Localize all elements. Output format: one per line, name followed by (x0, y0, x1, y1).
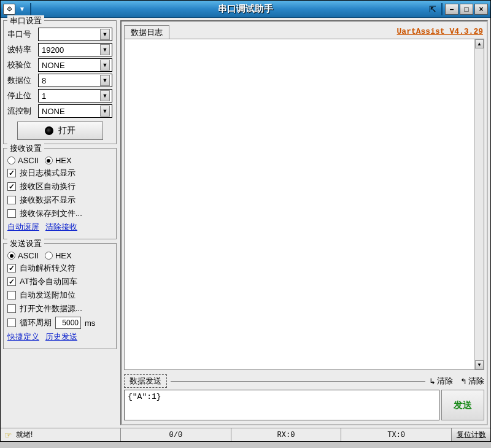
save-file-check[interactable]: 接收保存到文件... (7, 208, 112, 219)
flowctrl-combo[interactable]: NONE ▼ (38, 104, 112, 118)
radio-icon (7, 156, 15, 164)
send-tab[interactable]: 数据发送 (124, 374, 167, 388)
recv-hex-label: HEX (55, 156, 72, 165)
save-file-label: 接收保存到文件... (20, 208, 82, 219)
status-ready: 就绪! (16, 430, 33, 440)
log-mode-check[interactable]: 按日志模式显示 (7, 168, 112, 179)
port-settings-group: 串口设置 串口号 ▼ 波特率 19200 ▼ 校验位 (3, 20, 117, 144)
chevron-down-icon: ▼ (100, 29, 110, 40)
baud-label: 波特率 (7, 44, 34, 55)
port-group-title: 串口设置 (7, 15, 44, 26)
clear-recv-link[interactable]: 清除接收 (45, 222, 77, 233)
radio-icon (45, 156, 53, 164)
checkbox-icon (7, 264, 16, 272)
checkbox-icon (7, 209, 16, 218)
status-counter: 0/0 (120, 428, 231, 441)
parity-combo[interactable]: NONE ▼ (38, 58, 112, 72)
parse-escape-check[interactable]: 自动解析转义符 (7, 263, 112, 274)
recv-settings-group: 接收设置 ASCII HEX 按日志模式显示 (3, 148, 117, 239)
at-newline-check[interactable]: AT指令自动回车 (7, 276, 112, 287)
checkbox-icon (7, 304, 16, 313)
arrow-down-icon: ↳ (429, 377, 436, 386)
baud-combo[interactable]: 19200 ▼ (38, 43, 112, 56)
statusbar: ☞ 就绪! 0/0 RX:0 TX:0 复位计数 (1, 428, 490, 441)
window-title: 串口调试助手 (1, 3, 490, 15)
chevron-down-icon: ▼ (100, 60, 110, 71)
checkbox-icon (7, 196, 16, 204)
clear-label-1: 清除 (437, 376, 453, 387)
auto-scroll-link[interactable]: 自动滚屏 (7, 222, 39, 233)
parity-value: NONE (42, 61, 65, 70)
chevron-down-icon: ▼ (100, 44, 110, 55)
data-label: 数据位 (7, 75, 34, 86)
log-tab[interactable]: 数据日志 (124, 25, 169, 39)
loop-period-check[interactable]: 循环周期 ms (7, 317, 112, 329)
checkbox-icon (7, 182, 16, 191)
log-mode-label: 按日志模式显示 (20, 168, 75, 179)
hand-icon: ☞ (4, 430, 12, 440)
file-source-label: 打开文件数据源... (20, 303, 82, 314)
send-group-title: 发送设置 (7, 238, 44, 249)
app-icon: ⚙ (3, 4, 15, 15)
send-settings-group: 发送设置 ASCII HEX 自动解析转义符 (3, 243, 117, 349)
checkbox-icon (7, 277, 16, 286)
log-textarea[interactable]: ▲ ▼ (124, 39, 484, 370)
databits-value: 8 (42, 76, 46, 85)
stopbits-value: 1 (42, 91, 46, 101)
titlebar: ⚙ ▼ 串口调试助手 ⇱ – □ × (1, 1, 490, 18)
scroll-down-icon[interactable]: ▼ (475, 360, 484, 369)
recv-ascii-radio[interactable]: ASCII (7, 156, 39, 165)
flow-label: 流控制 (7, 106, 34, 117)
status-tx: TX:0 (341, 428, 451, 441)
flowctrl-value: NONE (42, 107, 65, 116)
hide-recv-check[interactable]: 接收数据不显示 (7, 195, 112, 206)
clear-up-button[interactable]: ↰ 清除 (460, 376, 484, 387)
port-label: 串口号 (7, 29, 34, 40)
stop-label: 停止位 (7, 90, 34, 101)
recv-group-title: 接收设置 (7, 143, 44, 154)
auto-append-label: 自动发送附加位 (20, 290, 75, 301)
loop-unit: ms (85, 319, 95, 328)
baud-value: 19200 (42, 45, 64, 55)
open-port-button[interactable]: 打开 (17, 122, 103, 140)
send-hex-radio[interactable]: HEX (45, 251, 72, 260)
stopbits-combo[interactable]: 1 ▼ (38, 89, 112, 102)
auto-append-check[interactable]: 自动发送附加位 (7, 290, 112, 301)
chevron-down-icon: ▼ (100, 106, 110, 117)
send-ascii-label: ASCII (18, 251, 39, 260)
scroll-up-icon[interactable]: ▲ (475, 39, 484, 48)
recv-hex-radio[interactable]: HEX (45, 156, 72, 165)
send-hex-label: HEX (55, 251, 72, 260)
checkbox-icon (7, 291, 16, 299)
auto-wrap-check[interactable]: 接收区自动换行 (7, 181, 112, 192)
databits-combo[interactable]: 8 ▼ (38, 74, 112, 87)
pin-icon[interactable]: ⇱ (427, 4, 439, 14)
vertical-scrollbar[interactable]: ▲ ▼ (474, 39, 484, 369)
maximize-button[interactable]: □ (460, 4, 473, 15)
file-source-check[interactable]: 打开文件数据源... (7, 303, 112, 314)
version-label[interactable]: UartAssist V4.3.29 (397, 27, 483, 36)
chevron-down-icon: ▼ (100, 90, 110, 101)
minimize-button[interactable]: – (445, 4, 458, 15)
send-input[interactable] (124, 390, 439, 420)
clear-down-button[interactable]: ↳ 清除 (429, 376, 453, 387)
close-button[interactable]: × (474, 4, 488, 15)
recv-ascii-label: ASCII (18, 156, 39, 165)
parity-label: 校验位 (7, 60, 34, 71)
record-icon (45, 126, 53, 135)
history-send-link[interactable]: 历史发送 (45, 331, 77, 342)
loop-label: 循环周期 (20, 317, 52, 328)
arrow-up-icon: ↰ (460, 377, 467, 386)
titlebar-dropdown[interactable]: ▼ (17, 6, 27, 12)
loop-value-input[interactable] (55, 317, 81, 329)
clear-label-2: 清除 (468, 376, 484, 387)
checkbox-icon (7, 319, 16, 327)
parse-escape-label: 自动解析转义符 (20, 263, 75, 274)
reset-counter-button[interactable]: 复位计数 (451, 428, 490, 441)
status-rx: RX:0 (231, 428, 341, 441)
port-combo[interactable]: ▼ (38, 28, 112, 41)
checkbox-icon (7, 169, 16, 177)
quick-def-link[interactable]: 快捷定义 (7, 331, 39, 342)
send-button[interactable]: 发送 (441, 390, 484, 420)
send-ascii-radio[interactable]: ASCII (7, 251, 39, 260)
